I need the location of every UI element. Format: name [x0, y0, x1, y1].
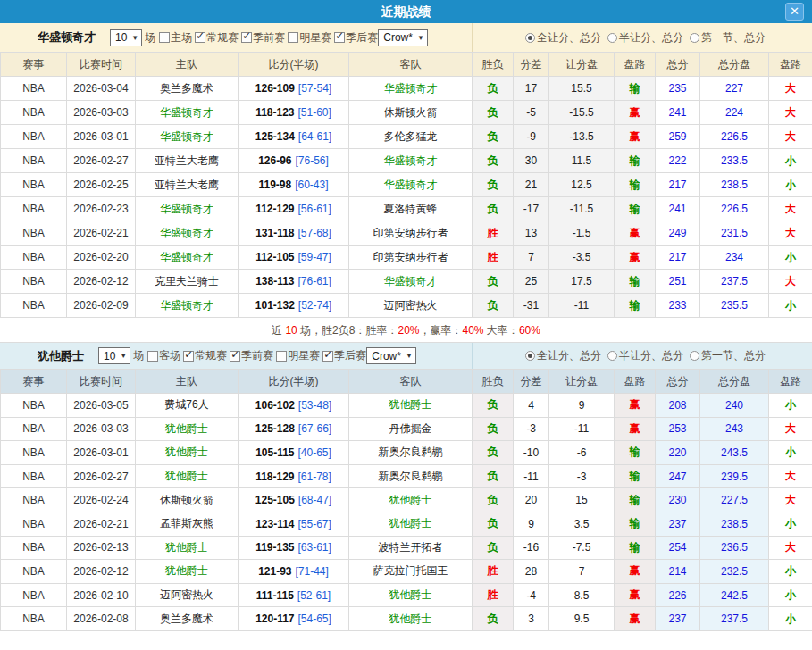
scope-radio[interactable]: 半让分、总分 — [601, 348, 683, 363]
cover-cell: 输 — [615, 441, 656, 465]
radio-selected-icon[interactable] — [525, 33, 535, 43]
filter-checkbox[interactable]: 季前赛 — [227, 348, 273, 363]
chevron-down-icon: ▼ — [131, 34, 138, 42]
checkbox-unchecked-icon[interactable] — [147, 351, 158, 362]
filter-checkbox[interactable]: 季后赛 — [320, 348, 366, 363]
radio-unselected-icon[interactable] — [607, 351, 617, 361]
final-score: 105-115 — [255, 446, 294, 459]
checkbox-unchecked-icon[interactable] — [288, 32, 298, 43]
diff-cell: 7 — [514, 246, 549, 270]
league-cell: NBA — [1, 417, 67, 441]
date-cell: 2026-02-13 — [67, 536, 136, 560]
section-wizards: 华盛顿奇才 10 ▼ 场 主场常规赛季前赛明星赛季后赛 Crow* ▼ 全让分、… — [0, 23, 812, 343]
filter-checkbox[interactable]: 明星赛 — [285, 30, 331, 46]
game-row: NBA2026-03-05费城76人106-102[53-48]犹他爵士负49赢… — [1, 394, 812, 418]
final-score: 106-102 — [255, 399, 295, 412]
total-cell: 254 — [656, 536, 700, 560]
score-cell: 125-128[67-66] — [239, 417, 349, 441]
game-row: NBA2026-02-25亚特兰大老鹰119-98[60-43]华盛顿奇才负21… — [1, 173, 812, 197]
game-row: NBA2026-03-01犹他爵士105-115[40-65]新奥尔良鹈鹕负-1… — [1, 441, 812, 465]
scope-radio[interactable]: 半让分、总分 — [601, 30, 683, 46]
column-header: 盘路 — [769, 53, 812, 77]
source-select[interactable]: Crow* ▼ — [378, 29, 428, 46]
source-select[interactable]: Crow* ▼ — [366, 347, 416, 364]
cover-cell: 输 — [615, 536, 656, 560]
final-score: 125-134 — [255, 130, 295, 143]
score-cell: 112-105[59-47] — [239, 246, 349, 270]
result-cell: 胜 — [473, 221, 514, 246]
scope-radio-label: 半让分、总分 — [619, 348, 683, 363]
away-team-cell: 萨克拉门托国王 — [349, 560, 473, 584]
checkbox-checked-icon[interactable] — [322, 351, 333, 362]
handicap-cell: -1.5 — [549, 221, 615, 246]
score-cell: 119-98[60-43] — [239, 173, 349, 197]
handicap-cell: -11.5 — [549, 197, 615, 221]
filter-checkbox[interactable]: 常规赛 — [192, 30, 239, 46]
checkbox-unchecked-icon[interactable] — [276, 351, 287, 362]
game-row: NBA2026-02-10迈阿密热火111-115[52-61]犹他爵士胜-48… — [1, 583, 812, 607]
half-score: [52-74] — [298, 299, 331, 312]
checkbox-checked-icon[interactable] — [183, 351, 194, 362]
filter-checkbox[interactable]: 季后赛 — [331, 30, 378, 46]
checkbox-checked-icon[interactable] — [230, 351, 240, 362]
column-header: 让分盘 — [549, 53, 615, 77]
score-cell: 123-114[55-67] — [239, 512, 349, 536]
scope-radio[interactable]: 第一节、总分 — [683, 30, 766, 46]
handicap-cell: 3.5 — [549, 512, 615, 536]
games-count-select[interactable]: 10 ▼ — [110, 29, 142, 46]
column-header: 让分盘 — [549, 370, 615, 394]
column-header: 总分 — [656, 53, 700, 77]
column-header: 比赛时间 — [67, 370, 136, 394]
ou-cell: 大 — [769, 197, 812, 221]
result-cell: 负 — [473, 197, 514, 221]
scope-radio-label: 全让分、总分 — [537, 30, 601, 46]
table-header-row: 赛事比赛时间主队比分(半场)客队胜负分差让分盘盘路总分总分盘盘路 — [1, 370, 812, 394]
filter-checkbox[interactable]: 客场 — [145, 348, 180, 363]
close-button[interactable]: ✕ — [785, 3, 804, 21]
filter-checkbox[interactable]: 常规赛 — [180, 348, 227, 363]
score-cell: 121-93[71-44] — [239, 560, 349, 584]
radio-unselected-icon[interactable] — [607, 33, 617, 43]
column-header: 比分(半场) — [239, 53, 349, 77]
scope-radio[interactable]: 全让分、总分 — [519, 348, 601, 363]
radio-unselected-icon[interactable] — [690, 351, 699, 361]
half-score: [67-66] — [298, 422, 331, 435]
handicap-cell: 8.5 — [549, 583, 615, 607]
final-score: 126-96 — [258, 154, 291, 167]
final-score: 101-132 — [255, 299, 295, 312]
checkbox-checked-icon[interactable] — [241, 32, 252, 43]
summary-text: 近 10 场，胜2负8：胜率：20%，赢率：40% 大率：60% — [272, 324, 540, 337]
checkbox-checked-icon[interactable] — [334, 32, 345, 43]
final-score: 112-129 — [255, 203, 294, 215]
radio-unselected-icon[interactable] — [690, 33, 699, 43]
result-cell: 负 — [473, 488, 514, 512]
away-team-cell: 多伦多猛龙 — [349, 125, 473, 149]
away-team-cell: 犹他爵士 — [349, 488, 473, 512]
date-cell: 2026-03-01 — [67, 441, 136, 465]
score-cell: 131-118[57-68] — [239, 221, 349, 246]
game-row: NBA2026-02-09华盛顿奇才101-132[52-74]迈阿密热火负-3… — [1, 294, 812, 318]
total-cell: 251 — [656, 270, 700, 294]
games-count-select[interactable]: 10 ▼ — [98, 347, 130, 364]
scope-radio[interactable]: 全让分、总分 — [519, 30, 601, 46]
scope-radio[interactable]: 第一节、总分 — [683, 348, 766, 363]
column-header: 赛事 — [1, 53, 67, 77]
league-cell: NBA — [1, 488, 67, 512]
filter-checkbox[interactable]: 主场 — [156, 30, 192, 46]
handicap-cell: 12.5 — [549, 173, 615, 197]
checkbox-unchecked-icon[interactable] — [159, 32, 170, 43]
radio-selected-icon[interactable] — [525, 351, 535, 361]
result-cell: 负 — [473, 441, 514, 465]
total-cell: 222 — [656, 149, 700, 173]
away-team-cell: 印第安纳步行者 — [349, 246, 473, 270]
home-team-cell: 亚特兰大老鹰 — [136, 149, 239, 173]
away-team-cell: 夏洛特黄蜂 — [349, 197, 473, 221]
league-cell: NBA — [1, 221, 67, 246]
total-line-cell: 227 — [700, 77, 769, 101]
filter-checkbox[interactable]: 明星赛 — [273, 348, 320, 363]
checkbox-checked-icon[interactable] — [195, 32, 205, 43]
filter-label: 季后赛 — [334, 348, 366, 363]
filter-checkbox[interactable]: 季前赛 — [239, 30, 285, 46]
final-score: 131-118 — [255, 227, 294, 239]
date-cell: 2026-02-20 — [67, 246, 136, 270]
